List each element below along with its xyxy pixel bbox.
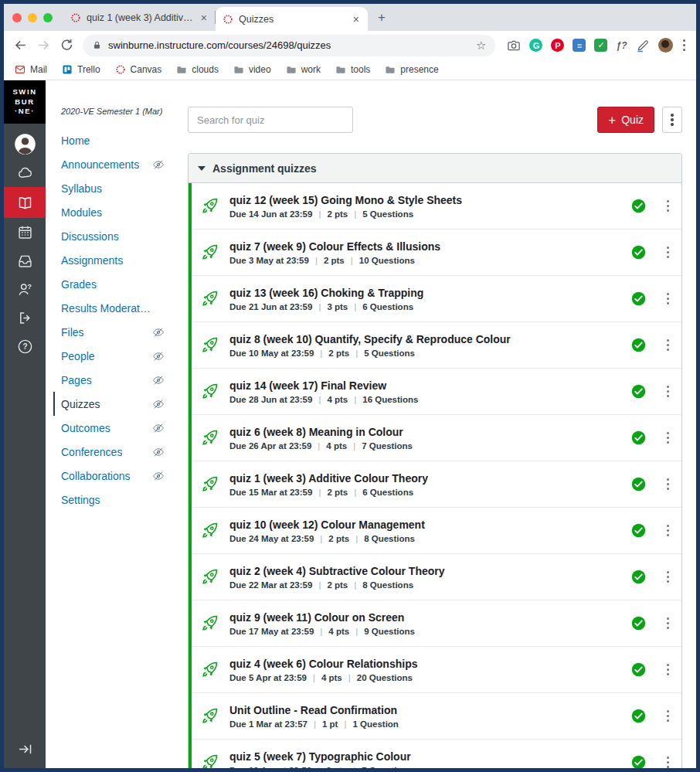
quiz-row[interactable]: quiz 4 (week 6) Colour Relationships Due… [192,647,681,693]
quiz-title-link[interactable]: quiz 6 (week 8) Meaning in Colour [229,426,621,438]
quiz-row[interactable]: quiz 12 (week 15) Going Mono & Style She… [192,183,681,230]
sidebar-item-pages[interactable]: Pages [61,368,165,392]
published-check-icon[interactable] [631,709,646,723]
quiz-row[interactable]: quiz 5 (week 7) Typographic Colour Due 1… [192,740,681,772]
quiz-title-link[interactable]: quiz 1 (week 3) Additive Colour Theory [229,472,621,485]
published-check-icon[interactable] [631,291,646,306]
tasks-extension-icon[interactable]: ✓ [594,39,607,52]
quiz-title-link[interactable]: quiz 9 (week 11) Colour on Screen [229,611,621,624]
published-check-icon[interactable] [631,199,646,213]
bookmark-item[interactable]: video [233,64,271,75]
bookmark-item[interactable]: clouds [176,64,219,75]
quiz-row[interactable]: quiz 6 (week 8) Meaning in Colour Due 26… [192,415,681,461]
sidebar-item-quizzes[interactable]: Quizzes [53,392,165,416]
quiz-options-kebab[interactable] [665,384,671,400]
sidebar-item-discussions[interactable]: Discussions [61,224,165,248]
pinterest-extension-icon[interactable]: P [551,39,564,52]
global-nav-support[interactable] [4,275,46,304]
sidebar-item-conferences[interactable]: Conferences [61,440,165,464]
quiz-row[interactable]: quiz 13 (week 16) Choking & Trapping Due… [192,276,681,322]
quiz-title-link[interactable]: quiz 8 (week 10) Quantify, Specify & Rep… [229,333,621,345]
new-tab-button[interactable]: + [371,7,392,29]
bookmark-item[interactable]: work [286,64,321,75]
global-nav-help[interactable] [4,332,46,361]
quiz-options-kebab[interactable] [665,338,671,353]
quiz-title-link[interactable]: quiz 12 (week 15) Going Mono & Style She… [229,194,621,206]
sidebar-item-collaborations[interactable]: Collaborations [61,464,165,488]
grammarly-extension-icon[interactable]: G [529,39,542,52]
published-check-icon[interactable] [631,430,646,445]
sidebar-item-results-moderation[interactable]: Results Moderation [61,296,165,320]
profile-avatar[interactable] [658,38,673,53]
bookmark-star-icon[interactable]: ☆ [476,39,486,53]
close-window-button[interactable] [12,13,22,22]
quiz-options-kebab[interactable] [665,616,671,631]
published-check-icon[interactable] [631,662,646,677]
tab-close-icon[interactable]: × [199,12,209,24]
bookmark-item[interactable]: presence [385,64,438,75]
address-bar[interactable]: swinburne.instructure.com/courses/24698/… [83,35,495,56]
published-check-icon[interactable] [631,245,646,260]
sidebar-item-settings[interactable]: Settings [61,488,165,512]
quiz-title-link[interactable]: quiz 7 (week 9) Colour Effects & Illusio… [229,240,621,253]
published-check-icon[interactable] [631,523,646,538]
sidebar-item-syllabus[interactable]: Syllabus [61,176,165,200]
collapse-nav-button[interactable] [17,736,33,762]
notes-extension-icon[interactable]: ≡ [573,39,586,52]
published-check-icon[interactable] [631,384,646,399]
quiz-search-input[interactable] [188,107,353,133]
global-nav-dashboard[interactable] [4,158,46,187]
function-extension-icon[interactable]: ƒ? [616,40,627,51]
quiz-title-link[interactable]: Unit Outline - Read Confirmation [229,704,621,716]
quiz-title-link[interactable]: quiz 4 (week 6) Colour Relationships [229,658,621,670]
quiz-options-kebab[interactable] [665,245,671,260]
browser-tab[interactable]: Quizzes × [216,7,368,31]
sidebar-item-files[interactable]: Files [61,320,165,344]
quiz-title-link[interactable]: quiz 13 (week 16) Choking & Trapping [229,287,621,299]
browser-tab[interactable]: quiz 1 (week 3) Additive Colou × [63,4,216,31]
quiz-row[interactable]: quiz 9 (week 11) Colour on Screen Due 17… [192,600,681,647]
quiz-title-link[interactable]: quiz 2 (week 4) Subtractive Colour Theor… [229,565,621,577]
quiz-row[interactable]: quiz 8 (week 10) Quantify, Specify & Rep… [192,322,681,369]
published-check-icon[interactable] [631,570,646,584]
quiz-title-link[interactable]: quiz 14 (week 17) Final Review [229,379,621,392]
bookmark-item[interactable]: tools [335,64,370,75]
published-check-icon[interactable] [631,616,646,631]
back-button[interactable] [13,38,28,53]
browser-menu-kebab[interactable] [681,38,688,53]
camera-extension-icon[interactable] [507,39,521,53]
sidebar-item-assignments[interactable]: Assignments [61,248,165,272]
quiz-title-link[interactable]: quiz 5 (week 7) Typographic Colour [229,750,621,763]
bookmark-item[interactable]: Mail [15,64,47,75]
quiz-options-kebab[interactable] [665,755,671,770]
quiz-options-kebab[interactable] [665,477,671,492]
quiz-row[interactable]: quiz 7 (week 9) Colour Effects & Illusio… [192,230,681,276]
minimize-window-button[interactable] [28,13,37,22]
quiz-group-header[interactable]: Assignment quizzes [189,154,681,183]
forward-button[interactable] [36,38,51,53]
global-nav-calendar[interactable] [4,218,46,247]
zoom-window-button[interactable] [43,13,53,22]
quiz-options-kebab[interactable] [665,662,671,678]
sidebar-item-people[interactable]: People [61,344,165,368]
quiz-row[interactable]: quiz 10 (week 12) Colour Management Due … [192,508,681,554]
bookmark-item[interactable]: Canvas [115,64,162,75]
sidebar-item-home[interactable]: Home [61,128,165,152]
published-check-icon[interactable] [631,338,646,352]
global-nav-courses[interactable] [4,187,46,218]
quiz-options-kebab[interactable] [665,570,671,585]
quiz-options-kebab[interactable] [665,709,671,724]
sidebar-item-grades[interactable]: Grades [61,272,165,296]
sidebar-item-announcements[interactable]: Announcements [61,152,165,176]
swinburne-logo[interactable]: SWIN BUR ·NE· [4,80,46,124]
quiz-options-kebab[interactable] [665,523,671,539]
quiz-row[interactable]: quiz 2 (week 4) Subtractive Colour Theor… [192,554,681,600]
quiz-row[interactable]: Unit Outline - Read Confirmation Due 1 M… [192,693,681,740]
tab-close-icon[interactable]: × [352,13,361,26]
quiz-row[interactable]: quiz 14 (week 17) Final Review Due 28 Ju… [192,369,681,415]
sidebar-item-modules[interactable]: Modules [61,200,165,224]
global-nav-logout[interactable] [4,304,46,332]
page-options-kebab[interactable] [662,107,682,133]
bookmark-item[interactable]: Trello [62,64,100,75]
published-check-icon[interactable] [631,755,646,770]
